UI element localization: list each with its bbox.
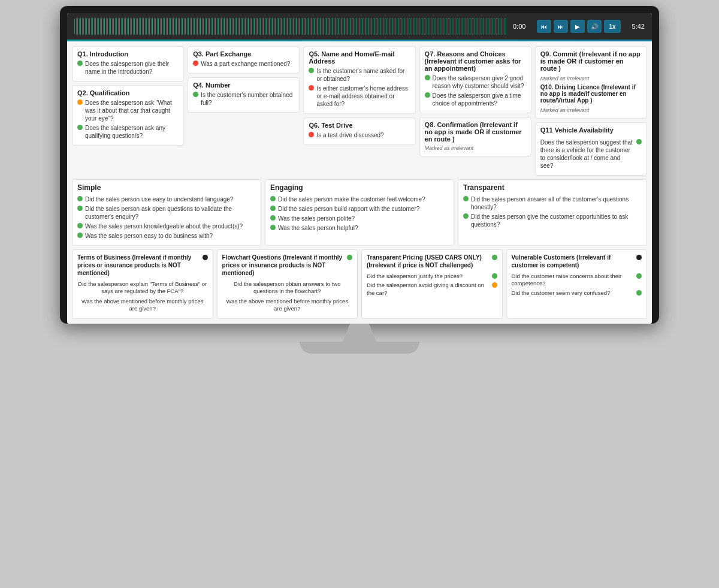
engaging-card: Engaging Did the sales person make the c… (265, 179, 454, 246)
pricing-item-1-dot (492, 273, 497, 279)
q3-item-1: Was a part exchange mentioned? (193, 60, 294, 68)
simple-item-3: Was the sales person knowledgeable about… (77, 222, 256, 230)
q11-dot-1 (636, 139, 642, 144)
vulnerable-card: Vulnerable Customers (Irrelevant if cust… (506, 249, 648, 319)
q-col-3: Q5. Name and Home/E-mail Address Is the … (303, 46, 415, 176)
vulnerable-title: Vulnerable Customers (Irrelevant if cust… (512, 254, 642, 269)
q5-dot-2 (309, 85, 314, 91)
playback-controls: ⏮ ⏭ ▶ 🔊 1x (537, 20, 621, 33)
bottom-grid: Terms of Business (Irrelevant if monthly… (72, 249, 647, 319)
engaging-dot-3 (270, 215, 276, 221)
q-col-2: Q3. Part Exchange Was a part exchange me… (188, 46, 300, 176)
q8-title: Q8. Confirmation (Irrelevant if no app i… (425, 121, 526, 143)
q3-card: Q3. Part Exchange Was a part exchange me… (188, 46, 300, 74)
simple-card: Simple Did the sales person use easy to … (72, 179, 261, 246)
flowchart-item-1: Did the salesperson obtain answers to tw… (222, 281, 353, 295)
simple-item-2: Did the sales person ask open questions … (77, 205, 256, 221)
simple-item-4: Was the sales person easy to do business… (77, 232, 256, 240)
q7-dot-1 (425, 75, 430, 80)
pricing-item-2: Did the salesperson avoid giving a disco… (367, 282, 497, 297)
q7-dot-2 (425, 92, 430, 98)
q8-note: Marked as irrelevant (425, 145, 526, 151)
q9-title: Q9. Commit (Irrelevant if no app is made… (540, 50, 642, 72)
pricing-card: Transparent Pricing (USED CARS ONLY) (Ir… (361, 249, 503, 319)
engaging-item-2: Did the sales person build rapport with … (270, 205, 449, 213)
q6-dot-1 (309, 132, 314, 137)
vulnerable-item-1: Did the customer raise concerns about th… (512, 273, 642, 288)
simple-dot-4 (77, 233, 83, 238)
q7-item-2: Does the salesperson give a time choice … (425, 92, 526, 107)
waveform[interactable] (74, 18, 507, 35)
q-col-5: Q9. Commit (Irrelevant if no app is made… (535, 46, 647, 176)
content-area: Q1. Introduction Does the salesperson gi… (67, 41, 652, 324)
q2-item-2: Does the salesperson ask any qualifying … (77, 124, 179, 140)
transparent-dot-1 (463, 196, 469, 201)
skip-back-button[interactable]: ⏮ (537, 20, 551, 33)
q7-card: Q7. Reasons and Choices (Irrelevant if c… (419, 46, 531, 113)
q2-dot-1 (77, 99, 83, 105)
simple-dot-3 (77, 223, 83, 228)
engaging-dot-2 (270, 206, 276, 211)
flowchart-card: Flowchart Questions (Irrelevant if month… (217, 249, 358, 319)
q6-card: Q6. Test Drive Is a test drive discussed… (303, 117, 415, 145)
q-cards-grid: Q1. Introduction Does the salesperson gi… (72, 46, 647, 176)
stand-neck (336, 324, 383, 342)
q-col-1: Q1. Introduction Does the salesperson gi… (72, 46, 184, 176)
terms-dot (203, 255, 208, 260)
q2-card: Q2. Qualification Does the salesperson a… (72, 85, 184, 146)
engaging-item-3: Was the sales person polite? (270, 215, 449, 222)
q5-dot-1 (309, 68, 314, 73)
transparent-item-2: Did the sales person give the customer o… (463, 213, 642, 228)
simple-dot-2 (77, 206, 83, 211)
q5-card: Q5. Name and Home/E-mail Address Is the … (303, 46, 415, 114)
q6-item-1: Is a test drive discussed? (309, 131, 410, 139)
speed-button[interactable]: 1x (604, 20, 621, 33)
q4-card: Q4. Number Is the customer's number obta… (188, 77, 300, 113)
q4-dot-1 (193, 92, 198, 97)
q8-card: Q8. Confirmation (Irrelevant if no app i… (419, 117, 531, 156)
vulnerable-dot (636, 255, 642, 260)
monitor: 0:00 ⏮ ⏭ ▶ 🔊 1x 5:42 Q1. (60, 6, 659, 324)
pricing-title: Transparent Pricing (USED CARS ONLY) (Ir… (367, 254, 497, 269)
transparent-title: Transparent (463, 183, 642, 192)
q10-section: Q10. Driving Licence (Irrelevant if no a… (540, 84, 642, 113)
q11-item-1: Does the salesperson suggest that there … (540, 138, 642, 170)
transparent-card: Transparent Did the sales person answer … (458, 179, 647, 246)
q3-dot-1 (193, 61, 198, 66)
vulnerable-item-2: Did the customer seem very confused? (512, 290, 642, 297)
q1-dot-1 (77, 61, 83, 66)
q2-item-1: Does the salesperson ask "What was it ab… (77, 99, 179, 122)
engaging-dot-4 (270, 225, 276, 230)
audio-bar: 0:00 ⏮ ⏭ ▶ 🔊 1x 5:42 (67, 13, 652, 40)
q3-title: Q3. Part Exchange (193, 50, 294, 58)
q2-dot-2 (77, 125, 83, 130)
q4-item-1: Is the customer's number obtained full? (193, 91, 294, 107)
vulnerable-item-1-dot (636, 273, 642, 279)
q5-item-1: Is the customer's name asked for or obta… (309, 67, 410, 83)
pricing-dot (492, 255, 497, 260)
q11-title: Q11 Vehicle Availability (540, 126, 642, 134)
soft-skills-grid: Simple Did the sales person use easy to … (72, 179, 647, 246)
step-back-button[interactable]: ⏭ (554, 20, 568, 33)
simple-item-1: Did the sales person use easy to underst… (77, 195, 256, 203)
flowchart-item-2: Was the above mentioned before monthly p… (222, 298, 353, 313)
monitor-stand (300, 324, 419, 354)
q9-card: Q9. Commit (Irrelevant if no app is made… (535, 46, 647, 119)
play-button[interactable]: ▶ (570, 20, 585, 33)
q7-title: Q7. Reasons and Choices (Irrelevant if c… (425, 50, 526, 72)
q1-item-1: Does the salesperson give their name in … (77, 60, 179, 76)
engaging-item-1: Did the sales person make the customer f… (270, 195, 449, 203)
q5-item-2: Is either customer's home address or e-m… (309, 85, 410, 108)
engaging-item-4: Was the sales person helpful? (270, 224, 449, 232)
flowchart-dot (347, 255, 352, 260)
terms-item-2: Was the above mentioned before monthly p… (77, 298, 208, 313)
terms-title: Terms of Business (Irrelevant if monthly… (77, 254, 208, 277)
q10-note: Marked as irrelevant (540, 107, 642, 113)
engaging-title: Engaging (270, 183, 449, 192)
volume-button[interactable]: 🔊 (587, 20, 602, 33)
terms-card: Terms of Business (Irrelevant if monthly… (72, 249, 213, 319)
pricing-item-1: Did the salesperson justify the prices? (367, 273, 497, 280)
q4-title: Q4. Number (193, 82, 294, 89)
pricing-item-2-dot (492, 282, 497, 288)
stand-base (300, 342, 419, 354)
